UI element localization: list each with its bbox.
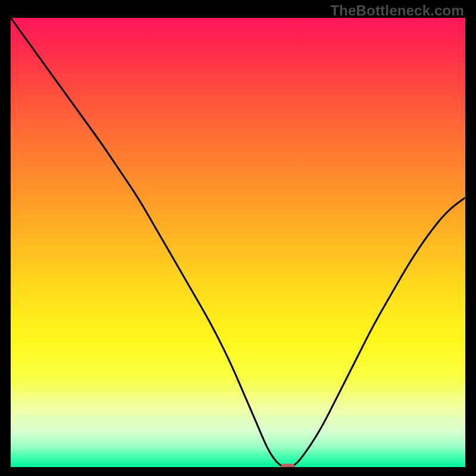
watermark-text: TheBottleneck.com xyxy=(330,2,464,19)
chart-container: TheBottleneck.com xyxy=(0,0,476,476)
chart-background-gradient xyxy=(11,18,465,467)
optimum-marker xyxy=(281,464,295,470)
bottleneck-chart xyxy=(0,0,476,476)
